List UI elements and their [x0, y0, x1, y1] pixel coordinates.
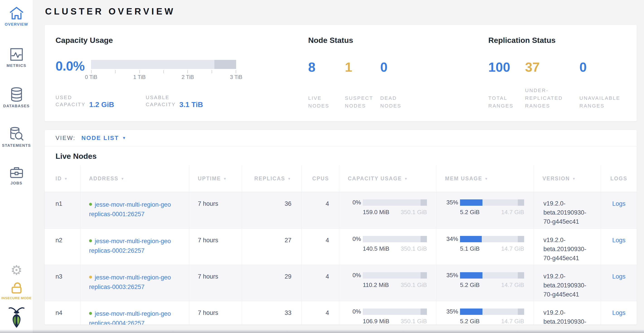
page-title: CLUSTER OVERVIEW	[45, 6, 637, 17]
logs-link[interactable]: Logs	[612, 309, 626, 316]
sidebar-bottom: ⚙ INSECURE MODE	[1, 263, 32, 329]
replicas-cell: 33	[242, 301, 302, 324]
table-header-row: ID▼ ADDRESS▼ UPTIME▼ REPLICAS▼ CPUS CAPA…	[45, 165, 637, 192]
sidebar-item-statements[interactable]: STATEMENTS	[0, 127, 33, 148]
node-status-section: Node Status 8 LIVE NODES 1	[308, 35, 488, 121]
insecure-mode-indicator[interactable]: INSECURE MODE	[1, 281, 32, 300]
version-cell: v19.2.0-beta.20190930-70-g445ec41	[534, 229, 601, 265]
capacity-usage-gauge: 0.0% 0 TiB 1 TiB 2 TiB	[56, 60, 308, 81]
total-ranges-stat: 100 TOTAL RANGES	[488, 60, 525, 110]
databases-icon	[10, 87, 23, 102]
logs-link[interactable]: Logs	[612, 200, 626, 207]
node-address-link[interactable]: jesse-movr-multi-region-geo	[95, 274, 171, 281]
sort-arrow-icon: ▼	[223, 177, 227, 181]
usable-capacity-value: 3.1 TiB	[179, 101, 203, 108]
node-health-dot	[89, 276, 92, 278]
chevron-down-icon[interactable]: ▼	[122, 136, 126, 140]
node-address-cell: jesse-movr-multi-region-geo replicas-000…	[80, 192, 189, 228]
cluster-overview-screen: OVERVIEW METRICS DATABASES STATEMENTS	[0, 0, 644, 333]
column-header-address[interactable]: ADDRESS▼	[80, 165, 189, 192]
cluster-summary-card: Capacity Usage 0.0% 0 TiB 1 TiB	[45, 25, 637, 121]
node-address-link[interactable]: replicas-0001:26257	[89, 211, 144, 218]
node-id-cell: n4	[45, 301, 80, 324]
axis-label: 2 TiB	[182, 74, 194, 80]
column-header-replicas[interactable]: REPLICAS▼	[242, 165, 302, 192]
column-header-version[interactable]: VERSION▼	[534, 165, 601, 192]
view-dropdown[interactable]: NODE LIST	[81, 135, 119, 142]
sort-arrow-icon: ▼	[288, 177, 292, 181]
node-address-link[interactable]: jesse-movr-multi-region-geo	[95, 238, 171, 244]
logs-cell: Logs	[601, 192, 637, 228]
cpus-cell: 4	[302, 265, 339, 301]
used-capacity-value: 1.2 GiB	[89, 101, 114, 108]
column-header-mem-usage[interactable]: MEM USAGE▼	[436, 165, 534, 192]
node-address-cell: jesse-movr-multi-region-geo replicas-000…	[80, 265, 189, 301]
replication-status-title: Replication Status	[488, 35, 626, 45]
used-capacity-stat: USED CAPACITY 1.2 GiB	[56, 94, 146, 108]
uptime-cell: 7 hours	[189, 192, 242, 228]
axis-label: 1 TiB	[133, 74, 146, 80]
mem-usage-cell: 34% 5.1 GiB14.7 GiB	[436, 229, 534, 265]
metrics-icon	[10, 48, 23, 61]
sidebar-item-jobs[interactable]: JOBS	[0, 166, 33, 186]
column-header-capacity-usage[interactable]: CAPACITY USAGE▼	[339, 165, 436, 192]
capacity-bar	[363, 236, 427, 242]
sidebar-item-label: METRICS	[6, 64, 26, 68]
column-header-id[interactable]: ID▼	[45, 165, 80, 192]
sidebar-item-metrics[interactable]: METRICS	[0, 48, 33, 68]
mem-usage-cell: 35% 5.2 GiB14.7 GiB	[436, 192, 534, 228]
version-cell: v19.2.0-beta.20190930-70-g445ec41	[534, 265, 601, 301]
sort-arrow-icon: ▼	[484, 177, 488, 181]
gear-icon[interactable]: ⚙	[11, 263, 22, 277]
capacity-axis-ticks	[91, 70, 236, 73]
axis-label: 3 TiB	[230, 74, 242, 80]
version-cell: v19.2.0-beta.20190930-	[534, 301, 601, 324]
table-row: n4 jesse-movr-multi-region-geo replicas-…	[45, 301, 637, 324]
memory-bar	[460, 308, 524, 315]
capacity-usage-section: Capacity Usage 0.0% 0 TiB 1 TiB	[56, 35, 308, 121]
capacity-usage-cell: 0% 140.5 MiB350.1 GiB	[339, 229, 436, 265]
sidebar: OVERVIEW METRICS DATABASES STATEMENTS	[0, 0, 33, 333]
capacity-bar	[91, 60, 236, 69]
insecure-mode-label: INSECURE MODE	[1, 296, 32, 300]
node-id-cell: n3	[45, 265, 80, 301]
node-address-link[interactable]: replicas-0003:26257	[89, 283, 144, 290]
sidebar-item-overview[interactable]: OVERVIEW	[0, 6, 33, 27]
statements-icon	[10, 127, 24, 141]
logs-cell: Logs	[601, 229, 637, 265]
capacity-bar	[363, 199, 427, 206]
node-address-link[interactable]: jesse-movr-multi-region-geo	[95, 201, 171, 208]
replication-status-section: Replication Status 100 TOTAL RANGES 37	[488, 35, 626, 121]
capacity-usage-title: Capacity Usage	[56, 35, 308, 45]
node-status-title: Node Status	[308, 35, 488, 45]
logs-link[interactable]: Logs	[612, 273, 626, 280]
table-row: n1 jesse-movr-multi-region-geo replicas-…	[45, 192, 637, 228]
cpus-cell: 4	[302, 229, 339, 265]
sort-arrow-icon: ▼	[404, 177, 408, 181]
node-id-cell: n2	[45, 229, 80, 265]
unavailable-ranges-stat: 0 UNAVAILABLE RANGES	[580, 60, 626, 110]
logs-link[interactable]: Logs	[612, 237, 626, 244]
node-address-link[interactable]: jesse-movr-multi-region-geo	[95, 310, 171, 317]
column-header-uptime[interactable]: UPTIME▼	[189, 165, 242, 192]
replicas-cell: 29	[242, 265, 302, 301]
capacity-usage-cell: 0% 106.9 MiB350.1 GiB	[339, 301, 436, 324]
bottom-scroll-shadow	[0, 329, 644, 333]
sort-arrow-icon: ▼	[572, 177, 576, 181]
mem-usage-cell: 35% 5.2 GiB14.7 GiB	[436, 265, 534, 301]
node-address-link[interactable]: replicas-0004:26257	[89, 320, 144, 324]
sidebar-item-databases[interactable]: DATABASES	[0, 87, 33, 108]
node-list-card: VIEW: NODE LIST ▼ Live Nodes ID▼ ADDRESS…	[45, 130, 637, 324]
sidebar-item-label: OVERVIEW	[5, 22, 28, 27]
mem-usage-cell: 35% 5.2 GiB14.7 GiB	[436, 301, 534, 324]
table-row: n2 jesse-movr-multi-region-geo replicas-…	[45, 228, 637, 265]
live-nodes-stat: 8 LIVE NODES	[308, 60, 345, 110]
column-header-logs: LOGS	[601, 165, 637, 192]
node-address-link[interactable]: replicas-0002:26257	[89, 247, 144, 254]
view-selector-bar: VIEW: NODE LIST ▼	[45, 130, 637, 146]
live-nodes-title: Live Nodes	[56, 151, 637, 161]
replicas-cell: 27	[242, 229, 302, 265]
node-health-dot	[89, 312, 92, 315]
sidebar-item-label: DATABASES	[3, 104, 30, 108]
capacity-bar	[363, 308, 427, 315]
